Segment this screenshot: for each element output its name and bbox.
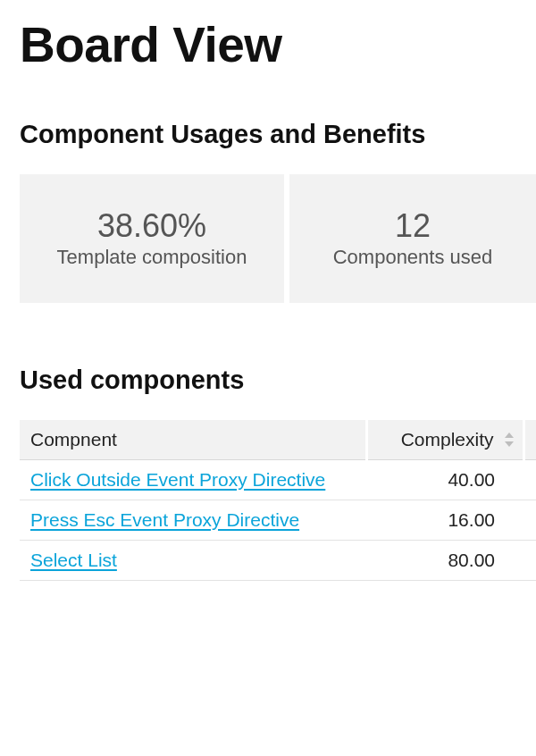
complexity-cell: 80.00 xyxy=(366,540,523,580)
used-components-heading: Used components xyxy=(20,365,536,395)
table-row: Press Esc Event Proxy Directive 16.00 xyxy=(20,500,536,540)
stat-tile-template-composition: 38.60% Template composition xyxy=(20,174,284,303)
stat-label: Template composition xyxy=(57,246,247,269)
stat-value: 38.60% xyxy=(97,208,206,244)
column-header-complexity-label: Complexity xyxy=(401,429,494,449)
table-row: Click Outside Event Proxy Directive 40.0… xyxy=(20,459,536,500)
svg-marker-1 xyxy=(505,441,514,447)
svg-marker-0 xyxy=(505,433,514,438)
used-components-table: Compnent Complexity Click Outside Event … xyxy=(20,420,536,581)
column-header-complexity[interactable]: Complexity xyxy=(366,420,523,460)
stat-value: 12 xyxy=(395,208,431,244)
table-row: Select List 80.00 xyxy=(20,540,536,580)
component-link[interactable]: Press Esc Event Proxy Directive xyxy=(30,509,299,530)
sort-icon[interactable] xyxy=(503,432,515,448)
stat-label: Components used xyxy=(333,246,493,269)
complexity-cell: 40.00 xyxy=(366,459,523,500)
column-header-component[interactable]: Compnent xyxy=(20,420,366,460)
column-header-extra[interactable] xyxy=(523,420,536,460)
benefits-heading: Component Usages and Benefits xyxy=(20,120,536,149)
stats-row: 38.60% Template composition 12 Component… xyxy=(20,174,536,303)
stat-tile-components-used: 12 Components used xyxy=(289,174,536,303)
component-link[interactable]: Click Outside Event Proxy Directive xyxy=(30,469,325,490)
complexity-cell: 16.00 xyxy=(366,500,523,540)
page-title: Board View xyxy=(20,16,536,73)
component-link[interactable]: Select List xyxy=(30,550,117,570)
